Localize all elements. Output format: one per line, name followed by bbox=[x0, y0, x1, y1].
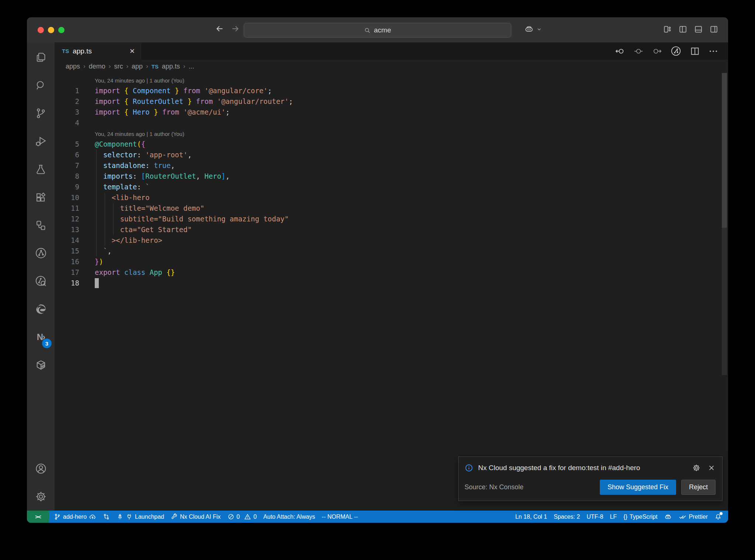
tab-app-ts[interactable]: TS app.ts ✕ bbox=[55, 42, 141, 60]
prettier-item[interactable]: Prettier bbox=[675, 511, 711, 523]
copilot-status-item[interactable] bbox=[661, 511, 675, 523]
edge-icon[interactable] bbox=[27, 295, 55, 323]
back-icon[interactable] bbox=[215, 24, 225, 34]
line-number: 8 bbox=[55, 171, 79, 182]
git-compare-item[interactable] bbox=[100, 511, 113, 523]
code-line[interactable]: 17export class App {} bbox=[55, 267, 728, 278]
line-number: 9 bbox=[55, 182, 79, 192]
code-line[interactable]: 9 template: ` bbox=[55, 182, 728, 192]
code-line[interactable]: 11 title="Welcmoe demo" bbox=[55, 203, 728, 214]
tab-close-icon[interactable]: ✕ bbox=[129, 47, 135, 55]
encoding-item[interactable]: UTF-8 bbox=[583, 511, 606, 523]
source-control-icon[interactable] bbox=[27, 99, 55, 127]
remote-indicator[interactable]: >< bbox=[27, 511, 49, 523]
git-branch-icon bbox=[54, 513, 61, 520]
forward-icon[interactable] bbox=[230, 24, 240, 34]
notification-settings-gear-icon[interactable] bbox=[692, 463, 701, 472]
line-number bbox=[55, 128, 79, 139]
accounts-icon[interactable] bbox=[27, 455, 55, 483]
problems-item[interactable]: 0 0 bbox=[224, 511, 260, 523]
code-line[interactable]: 18 bbox=[55, 278, 728, 288]
minimize-window-button[interactable] bbox=[48, 27, 54, 33]
split-editor-icon[interactable] bbox=[690, 46, 700, 56]
nx-cloud-ai-fix-item[interactable]: Nx Cloud AI Fix bbox=[167, 511, 224, 523]
search-view-icon[interactable] bbox=[27, 71, 55, 99]
code-line[interactable]: 15 `, bbox=[55, 246, 728, 256]
line-number: 6 bbox=[55, 150, 79, 160]
more-actions-icon[interactable] bbox=[708, 46, 719, 56]
tab-label: app.ts bbox=[73, 47, 92, 55]
scrollbar-thumb[interactable] bbox=[722, 73, 727, 228]
breadcrumb-trailing[interactable]: ... bbox=[189, 63, 194, 70]
eol-item[interactable]: LF bbox=[606, 511, 620, 523]
breadcrumb: apps › demo › src › app › TS app.ts › ..… bbox=[55, 60, 728, 73]
code-line[interactable]: 5@Component({ bbox=[55, 139, 728, 150]
breadcrumb-item[interactable]: app.ts bbox=[162, 63, 180, 70]
settings-gear-icon[interactable] bbox=[27, 483, 55, 511]
toggle-panel-icon[interactable] bbox=[694, 25, 703, 34]
code-line[interactable]: 7 standalone: true, bbox=[55, 160, 728, 171]
vim-mode-item[interactable]: -- NORMAL -- bbox=[319, 511, 361, 523]
project-graph-icon[interactable] bbox=[27, 211, 55, 239]
notifications-bell-item[interactable] bbox=[711, 511, 725, 523]
containers-icon[interactable] bbox=[27, 351, 55, 379]
zoom-window-button[interactable] bbox=[58, 27, 65, 33]
nav-forward-circle-icon[interactable] bbox=[652, 46, 662, 56]
code-line[interactable]: 1import { Component } from '@angular/cor… bbox=[55, 85, 728, 96]
line-number: 10 bbox=[55, 192, 79, 203]
launchpad-item[interactable]: Launchpad bbox=[113, 511, 167, 523]
nav-back-circle-icon[interactable] bbox=[615, 46, 625, 56]
line-number: 7 bbox=[55, 160, 79, 171]
nx-badge: 3 bbox=[42, 339, 52, 348]
nx-run-target-icon[interactable] bbox=[670, 45, 682, 57]
customize-layout-icon[interactable] bbox=[663, 25, 672, 34]
indentation-item[interactable]: Spaces: 2 bbox=[550, 511, 583, 523]
code-line[interactable]: 14 ></lib-hero> bbox=[55, 235, 728, 246]
activity-bar: N› 3 bbox=[27, 42, 55, 511]
vertical-scrollbar[interactable] bbox=[721, 73, 728, 511]
breadcrumb-item[interactable]: app bbox=[132, 63, 143, 70]
code-line[interactable]: 10 <lib-hero bbox=[55, 192, 728, 203]
nx-console-icon[interactable] bbox=[27, 239, 55, 267]
nx-icon[interactable]: N› 3 bbox=[27, 323, 55, 351]
extensions-icon[interactable] bbox=[27, 183, 55, 211]
auto-attach-item[interactable]: Auto Attach: Always bbox=[260, 511, 319, 523]
blame-annotation[interactable]: You, 24 minutes ago | 1 author (You) bbox=[55, 75, 728, 85]
close-window-button[interactable] bbox=[38, 27, 44, 33]
reject-button[interactable]: Reject bbox=[681, 480, 716, 495]
cursor-position-item[interactable]: Ln 18, Col 1 bbox=[512, 511, 550, 523]
copilot-icon bbox=[524, 24, 534, 34]
copilot-icon bbox=[664, 513, 672, 521]
code-line[interactable]: 6 selector: 'app-root', bbox=[55, 150, 728, 160]
language-mode-item[interactable]: {} TypeScript bbox=[620, 511, 661, 523]
line-number bbox=[55, 75, 79, 85]
breadcrumb-item[interactable]: src bbox=[114, 63, 123, 70]
breadcrumb-item[interactable]: demo bbox=[89, 63, 105, 70]
toggle-primary-sidebar-icon[interactable] bbox=[678, 25, 688, 34]
line-number: 12 bbox=[55, 214, 79, 224]
breadcrumb-item[interactable]: apps bbox=[66, 63, 80, 70]
code-line[interactable]: 16}) bbox=[55, 256, 728, 267]
typescript-file-icon: TS bbox=[152, 63, 159, 70]
testing-icon[interactable] bbox=[27, 155, 55, 183]
command-center-search[interactable]: acme bbox=[244, 23, 511, 38]
show-suggested-fix-button[interactable]: Show Suggested Fix bbox=[600, 480, 676, 495]
code-editor[interactable]: You, 24 minutes ago | 1 author (You)1imp… bbox=[55, 73, 728, 511]
notification-close-icon[interactable] bbox=[707, 464, 716, 472]
code-line[interactable]: 2import { RouterOutlet } from '@angular/… bbox=[55, 96, 728, 107]
blame-annotation[interactable]: You, 24 minutes ago | 1 author (You) bbox=[55, 128, 728, 139]
notification-source: Source: Nx Console bbox=[465, 483, 595, 491]
code-line[interactable]: 4 bbox=[55, 118, 728, 128]
code-line[interactable]: 8 imports: [RouterOutlet, Hero], bbox=[55, 171, 728, 182]
error-icon bbox=[227, 513, 234, 520]
toggle-secondary-sidebar-icon[interactable] bbox=[709, 25, 719, 34]
explorer-icon[interactable] bbox=[27, 43, 55, 71]
git-branch-item[interactable]: add-hero bbox=[51, 511, 100, 523]
code-line[interactable]: 12 subtitle="Build something amazing tod… bbox=[55, 214, 728, 224]
copilot-menu[interactable] bbox=[524, 24, 542, 34]
nav-circle-icon[interactable] bbox=[633, 46, 644, 56]
code-line[interactable]: 3import { Hero } from '@acme/ui'; bbox=[55, 107, 728, 118]
code-line[interactable]: 13 cta="Get Started" bbox=[55, 224, 728, 235]
run-debug-icon[interactable] bbox=[27, 127, 55, 155]
graph-search-icon[interactable] bbox=[27, 267, 55, 295]
